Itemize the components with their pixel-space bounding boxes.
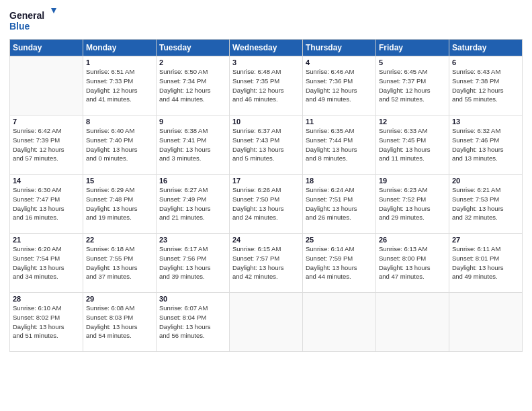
day-info: Sunrise: 6:14 AM Sunset: 7:59 PM Dayligh… [306,244,373,281]
svg-text:General: General [9,10,44,21]
calendar-cell: 5Sunrise: 6:45 AM Sunset: 7:37 PM Daylig… [376,56,449,116]
calendar-cell: 17Sunrise: 6:26 AM Sunset: 7:50 PM Dayli… [230,175,303,234]
weekday-sunday: Sunday [10,40,83,56]
calendar-cell: 11Sunrise: 6:35 AM Sunset: 7:44 PM Dayli… [303,116,376,175]
day-number: 3 [232,58,300,66]
day-number: 12 [379,118,446,126]
day-info: Sunrise: 6:50 AM Sunset: 7:34 PM Dayligh… [159,67,226,104]
day-info: Sunrise: 6:35 AM Sunset: 7:44 PM Dayligh… [306,126,373,163]
day-number: 30 [159,295,226,303]
calendar-cell: 22Sunrise: 6:18 AM Sunset: 7:55 PM Dayli… [83,234,157,293]
logo: General Blue [9,7,56,34]
calendar-cell: 25Sunrise: 6:14 AM Sunset: 7:59 PM Dayli… [303,234,376,293]
calendar-cell: 3Sunrise: 6:48 AM Sunset: 7:35 PM Daylig… [230,56,303,116]
day-info: Sunrise: 6:30 AM Sunset: 7:47 PM Dayligh… [13,185,80,222]
day-info: Sunrise: 6:11 AM Sunset: 8:01 PM Dayligh… [452,244,519,281]
weekday-saturday: Saturday [449,40,523,56]
day-number: 15 [86,177,153,185]
svg-text:Blue: Blue [9,21,30,32]
weekday-monday: Monday [83,40,157,56]
day-number: 27 [452,236,519,244]
day-number: 21 [13,236,80,244]
calendar-cell: 26Sunrise: 6:13 AM Sunset: 8:00 PM Dayli… [376,234,449,293]
calendar-cell: 18Sunrise: 6:24 AM Sunset: 7:51 PM Dayli… [303,175,376,234]
day-number: 10 [232,118,300,126]
day-number: 17 [232,177,300,185]
day-number: 6 [452,58,519,66]
day-info: Sunrise: 6:21 AM Sunset: 7:53 PM Dayligh… [452,185,519,222]
weekday-thursday: Thursday [303,40,376,56]
day-number: 26 [379,236,446,244]
day-number: 20 [452,177,519,185]
day-number: 16 [159,177,226,185]
week-row-0: 1Sunrise: 6:51 AM Sunset: 7:33 PM Daylig… [10,56,523,116]
day-info: Sunrise: 6:07 AM Sunset: 8:04 PM Dayligh… [159,304,226,340]
day-number: 14 [13,177,80,185]
day-info: Sunrise: 6:24 AM Sunset: 7:51 PM Dayligh… [306,185,373,222]
calendar-cell: 10Sunrise: 6:37 AM Sunset: 7:43 PM Dayli… [230,116,303,175]
weekday-tuesday: Tuesday [157,40,230,56]
day-info: Sunrise: 6:46 AM Sunset: 7:36 PM Dayligh… [306,67,373,104]
svg-marker-2 [51,8,56,13]
day-info: Sunrise: 6:38 AM Sunset: 7:41 PM Dayligh… [159,126,226,163]
day-number: 24 [232,236,300,244]
calendar-cell: 14Sunrise: 6:30 AM Sunset: 7:47 PM Dayli… [10,175,83,234]
day-info: Sunrise: 6:51 AM Sunset: 7:33 PM Dayligh… [86,67,153,104]
calendar-cell: 15Sunrise: 6:29 AM Sunset: 7:48 PM Dayli… [83,175,157,234]
calendar-cell: 27Sunrise: 6:11 AM Sunset: 8:01 PM Dayli… [449,234,523,293]
day-number: 13 [452,118,519,126]
day-info: Sunrise: 6:26 AM Sunset: 7:50 PM Dayligh… [232,185,300,222]
week-row-4: 28Sunrise: 6:10 AM Sunset: 8:02 PM Dayli… [10,293,523,352]
day-number: 23 [159,236,226,244]
header: General Blue [9,7,523,34]
day-info: Sunrise: 6:17 AM Sunset: 7:56 PM Dayligh… [159,244,226,281]
weekday-friday: Friday [376,40,449,56]
day-info: Sunrise: 6:10 AM Sunset: 8:02 PM Dayligh… [13,304,80,340]
calendar-cell [376,293,449,352]
calendar-cell: 24Sunrise: 6:15 AM Sunset: 7:57 PM Dayli… [230,234,303,293]
calendar-cell: 2Sunrise: 6:50 AM Sunset: 7:34 PM Daylig… [157,56,230,116]
calendar-cell: 30Sunrise: 6:07 AM Sunset: 8:04 PM Dayli… [157,293,230,352]
day-number: 25 [306,236,373,244]
day-number: 19 [379,177,446,185]
logo-svg: General Blue [9,7,56,34]
day-info: Sunrise: 6:42 AM Sunset: 7:39 PM Dayligh… [13,126,80,163]
calendar-cell: 21Sunrise: 6:20 AM Sunset: 7:54 PM Dayli… [10,234,83,293]
day-info: Sunrise: 6:15 AM Sunset: 7:57 PM Dayligh… [232,244,300,281]
day-info: Sunrise: 6:33 AM Sunset: 7:45 PM Dayligh… [379,126,446,163]
calendar-cell: 9Sunrise: 6:38 AM Sunset: 7:41 PM Daylig… [157,116,230,175]
day-number: 29 [86,295,153,303]
calendar-cell [10,56,83,116]
day-number: 8 [86,118,153,126]
day-info: Sunrise: 6:43 AM Sunset: 7:38 PM Dayligh… [452,67,519,104]
day-info: Sunrise: 6:08 AM Sunset: 8:03 PM Dayligh… [86,304,153,340]
page: General Blue SundayMondayTuesdayWednesda… [0,0,532,411]
calendar-cell: 1Sunrise: 6:51 AM Sunset: 7:33 PM Daylig… [83,56,157,116]
day-number: 22 [86,236,153,244]
calendar-cell: 7Sunrise: 6:42 AM Sunset: 7:39 PM Daylig… [10,116,83,175]
calendar-cell [230,293,303,352]
day-number: 1 [86,58,153,66]
day-number: 2 [159,58,226,66]
calendar-cell: 8Sunrise: 6:40 AM Sunset: 7:40 PM Daylig… [83,116,157,175]
day-number: 5 [379,58,446,66]
day-info: Sunrise: 6:13 AM Sunset: 8:00 PM Dayligh… [379,244,446,281]
day-info: Sunrise: 6:40 AM Sunset: 7:40 PM Dayligh… [86,126,153,163]
day-info: Sunrise: 6:20 AM Sunset: 7:54 PM Dayligh… [13,244,80,281]
week-row-3: 21Sunrise: 6:20 AM Sunset: 7:54 PM Dayli… [10,234,523,293]
calendar-cell: 6Sunrise: 6:43 AM Sunset: 7:38 PM Daylig… [449,56,523,116]
calendar-table: SundayMondayTuesdayWednesdayThursdayFrid… [9,39,523,352]
week-row-2: 14Sunrise: 6:30 AM Sunset: 7:47 PM Dayli… [10,175,523,234]
day-info: Sunrise: 6:45 AM Sunset: 7:37 PM Dayligh… [379,67,446,104]
weekday-header-row: SundayMondayTuesdayWednesdayThursdayFrid… [10,40,523,56]
day-info: Sunrise: 6:29 AM Sunset: 7:48 PM Dayligh… [86,185,153,222]
day-info: Sunrise: 6:48 AM Sunset: 7:35 PM Dayligh… [232,67,300,104]
week-row-1: 7Sunrise: 6:42 AM Sunset: 7:39 PM Daylig… [10,116,523,175]
calendar-cell: 28Sunrise: 6:10 AM Sunset: 8:02 PM Dayli… [10,293,83,352]
day-info: Sunrise: 6:32 AM Sunset: 7:46 PM Dayligh… [452,126,519,163]
calendar-cell: 13Sunrise: 6:32 AM Sunset: 7:46 PM Dayli… [449,116,523,175]
day-number: 11 [306,118,373,126]
calendar-cell: 20Sunrise: 6:21 AM Sunset: 7:53 PM Dayli… [449,175,523,234]
calendar-cell [449,293,523,352]
day-number: 4 [306,58,373,66]
